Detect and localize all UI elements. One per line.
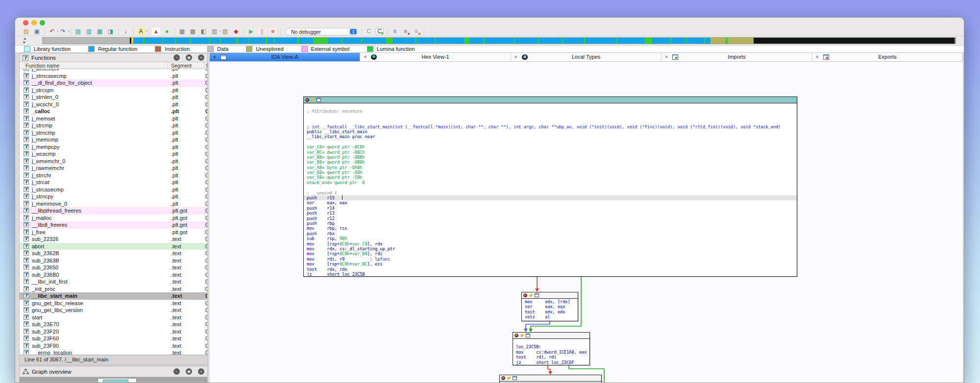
graph-canvas[interactable]: ; Attributes: noreturn ; int __fastcall …	[210, 62, 963, 383]
function-row[interactable]: fsub_2362B.text0	[20, 250, 207, 257]
node-title-bar[interactable]	[513, 333, 589, 339]
function-row[interactable]: f_calloc.plt0	[20, 108, 207, 115]
asm-line[interactable]: xor eax, eax	[525, 304, 575, 309]
minimap-viewport[interactable]	[98, 378, 137, 382]
zoom-window-button[interactable]	[40, 20, 45, 25]
functions-list[interactable]: fj_wmemchr.plt0fj_strncasecmp.plt0f__dl_…	[20, 69, 207, 355]
function-row[interactable]: fj_strcspn.plt0	[20, 87, 207, 94]
debugger-select[interactable]: No debugger▲▼	[286, 28, 358, 35]
function-row[interactable]: fj_memmove_0.plt0	[20, 200, 207, 208]
navband-scroll-arrows[interactable]: ◀▶	[22, 37, 27, 44]
tab-close-icon[interactable]: ×	[514, 54, 517, 60]
tab-close-icon[interactable]: ×	[665, 54, 668, 60]
asm-line[interactable]: test edx, edx	[525, 310, 575, 314]
del-watch-icon[interactable]: ≡	[412, 28, 420, 35]
asm-line[interactable]: var_58= qword ptr -58h	[307, 175, 794, 180]
tab-exports[interactable]: Exports×	[812, 53, 963, 61]
function-row[interactable]: fsub_23F20.text0	[20, 328, 207, 335]
function-row[interactable]: fj_strcat.plt0	[20, 179, 207, 186]
function-row[interactable]: fj_mempcpy.plt0	[20, 144, 207, 151]
function-row[interactable]: fsub_236B0.text0	[20, 271, 207, 279]
asm-line[interactable]: public __libc_start_main	[307, 129, 794, 134]
asm-line[interactable]: var_B8= qword ptr -0B8h	[307, 155, 794, 160]
function-row[interactable]: fj_strncpy.plt0	[20, 193, 207, 200]
node-run-icon[interactable]	[501, 376, 505, 380]
debug-windows-icon[interactable]: ≡	[391, 28, 399, 35]
function-row[interactable]: fgnu_get_libc_version.text0	[20, 307, 207, 314]
enums-icon[interactable]: ▩	[189, 28, 197, 35]
function-row[interactable]: f__dl_find_dso_for_object.plt0	[20, 79, 207, 87]
tab-imports[interactable]: Imports×	[662, 53, 812, 61]
function-row[interactable]: f__errno_location.text0	[20, 349, 207, 355]
asm-line[interactable]: ; Attributes: noreturn	[307, 109, 794, 114]
function-row[interactable]: f_init_proc.text0	[20, 286, 207, 293]
asm-line[interactable]	[307, 119, 794, 124]
asm-line[interactable]	[307, 114, 794, 119]
breakpoint-icon[interactable]: ◆	[232, 28, 240, 35]
function-row[interactable]: fj_wcscmp.plt0	[20, 150, 207, 158]
function-row[interactable]: fsub_22326.text0	[20, 236, 207, 243]
database-snapshot-icon[interactable]: ◨	[106, 28, 115, 35]
structs-icon[interactable]: ▦	[178, 28, 186, 35]
asm-line[interactable]: push r12	[307, 216, 794, 221]
node-title-bar[interactable]	[304, 97, 797, 103]
run-icon[interactable]: ▶	[247, 28, 255, 35]
asm-line[interactable]: __libc_start_main proc near	[307, 134, 794, 139]
asm-line[interactable]	[307, 104, 794, 109]
node-edit-icon[interactable]	[311, 98, 315, 102]
save-icon[interactable]: ▣	[33, 28, 41, 35]
compile-c-enabled-icon[interactable]: C	[375, 28, 384, 35]
asm-line[interactable]: mov edx, [rdx]	[525, 299, 575, 304]
database-lock-icon[interactable]: ▦	[96, 28, 104, 35]
asm-line[interactable]: var_C8= qword ptr -0C8h	[307, 144, 794, 149]
open-file-icon[interactable]: ▨	[22, 28, 30, 35]
asm-line[interactable]: push rbx	[307, 231, 794, 236]
overview-close-button[interactable]: ×	[198, 368, 204, 375]
asm-line[interactable]: var_60= qword ptr -60h	[307, 170, 794, 175]
function-row[interactable]: fj_strncmp.plt0	[20, 129, 207, 137]
compile-c-icon[interactable]: C	[365, 28, 373, 35]
graph-node-loc-23C5B[interactable]: loc_23C5B:mov cs:dword_1CE1A0, eaxtest r…	[513, 332, 590, 365]
function-row[interactable]: fj_wcschr_0.plt0	[20, 101, 207, 108]
asm-line[interactable]: push r14	[307, 206, 794, 211]
graph-node-check-dl-starting[interactable]: mov edx, [rdx]xor eax, eaxtest edx, edxs…	[521, 292, 578, 321]
function-row[interactable]: fj_strncasecmp.plt0	[20, 72, 207, 80]
asm-line[interactable]	[307, 140, 794, 144]
xrefs-icon[interactable]: ◧	[199, 28, 208, 35]
overview-float-button[interactable]: ◉	[186, 368, 192, 375]
function-row[interactable]: fj_memset.plt0	[20, 115, 207, 122]
column-function-name[interactable]: Function name	[25, 63, 59, 69]
text-view-icon[interactable]: A▾	[137, 28, 145, 35]
add-watch-icon[interactable]: ≡	[401, 28, 410, 35]
tab-local-types[interactable]: Local Types×	[511, 53, 662, 61]
function-row[interactable]: f__libdl_freeres.plt.got0	[20, 221, 207, 229]
node-run-icon[interactable]	[523, 293, 527, 297]
asm-line[interactable]: push r13	[307, 211, 794, 215]
function-row[interactable]: fj_strrchr.plt0	[20, 172, 207, 179]
function-row[interactable]: fj_rawmemchr.plt0	[20, 165, 207, 172]
asm-line[interactable]: mov [rsp+0C8h+var_B8], rdi	[307, 251, 794, 256]
node-edit-icon[interactable]	[507, 377, 511, 380]
asm-line[interactable]: xor eax, eax	[307, 200, 794, 205]
asm-line[interactable]: var_A8= byte ptr -0A8h	[307, 165, 794, 170]
asm-line[interactable]: mov [rsp+0C8h+var_BC], esi	[307, 262, 794, 266]
node-window-icon[interactable]	[526, 334, 530, 337]
node-run-icon[interactable]	[514, 334, 518, 337]
tab-hex-view-1[interactable]: Hex View-1×	[360, 53, 511, 61]
function-row[interactable]: fsub_23F90.text0	[20, 342, 207, 350]
node-title-bar[interactable]	[500, 375, 601, 382]
database-icon[interactable]: ▤	[74, 28, 82, 35]
functions-column-header[interactable]: Function name Segment S	[20, 62, 207, 69]
node-edit-icon[interactable]	[520, 334, 524, 337]
functions-panel-header[interactable]: f Functions − ◉ ×	[20, 53, 207, 62]
panel-close-button[interactable]: ×	[198, 54, 204, 61]
address-navband[interactable]	[42, 37, 956, 44]
asm-line[interactable]: stack_end= qword ptr 8	[307, 180, 794, 185]
node-window-icon[interactable]	[317, 98, 321, 102]
graph-overview-header[interactable]: Graph overview − ◉ ×	[20, 366, 207, 377]
asm-line[interactable]: jz short loc_23C5B	[307, 272, 794, 277]
tab-close-icon[interactable]: ×	[364, 54, 367, 60]
close-window-button[interactable]	[23, 20, 28, 25]
column-divider[interactable]	[168, 62, 168, 69]
function-row[interactable]: f__libpthread_freeres.plt.got0	[20, 207, 207, 215]
